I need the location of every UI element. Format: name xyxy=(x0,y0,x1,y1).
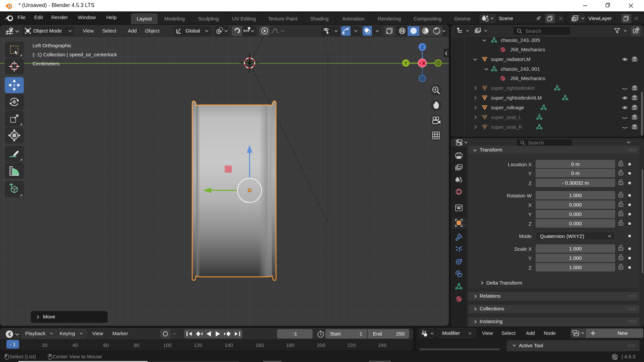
svg-text:Y: Y xyxy=(405,61,408,66)
svg-text:Z: Z xyxy=(421,45,424,50)
svg-text:- X: - X xyxy=(420,61,425,66)
